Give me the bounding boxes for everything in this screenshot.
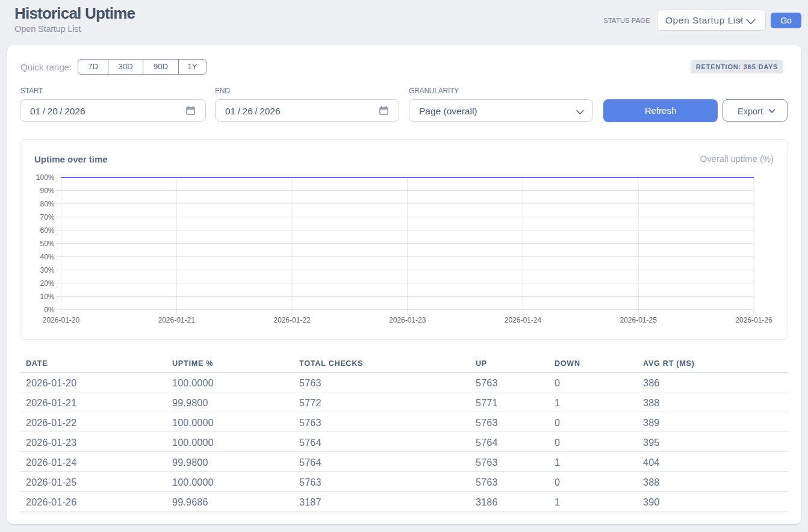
svg-text:40%: 40% [40, 253, 54, 261]
svg-text:2026-01-21: 2026-01-21 [158, 316, 196, 324]
svg-text:2026-01-26: 2026-01-26 [735, 316, 772, 324]
svg-text:30%: 30% [40, 266, 54, 274]
svg-text:10%: 10% [40, 292, 54, 301]
svg-text:60%: 60% [40, 226, 54, 235]
svg-text:90%: 90% [40, 187, 54, 195]
svg-text:0%: 0% [44, 306, 55, 314]
svg-text:70%: 70% [40, 213, 54, 221]
svg-text:2026-01-24: 2026-01-24 [505, 316, 542, 324]
svg-text:2026-01-23: 2026-01-23 [389, 316, 426, 324]
svg-text:100%: 100% [36, 173, 55, 182]
svg-text:80%: 80% [40, 200, 54, 208]
svg-text:2026-01-22: 2026-01-22 [273, 316, 311, 324]
svg-text:2026-01-25: 2026-01-25 [620, 316, 657, 324]
svg-text:2026-01-20: 2026-01-20 [43, 316, 80, 324]
svg-text:50%: 50% [40, 240, 54, 248]
svg-text:20%: 20% [40, 279, 54, 288]
